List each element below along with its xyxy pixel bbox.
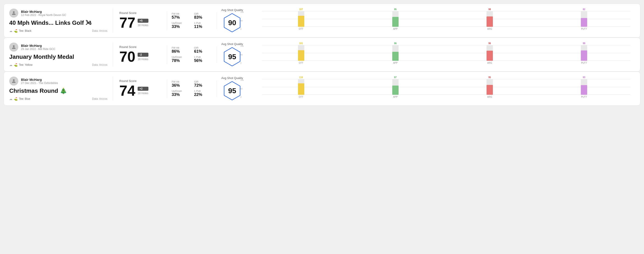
gir-value: 72%	[194, 83, 212, 88]
score-section: Round Score 74 +2 18 Holes	[113, 79, 167, 98]
bar-column: 107	[255, 8, 348, 27]
bar-fill	[392, 17, 398, 27]
y-axis: 100 50 0	[240, 79, 244, 98]
quality-score: 95	[228, 87, 236, 95]
quality-section: Avg Shot Quality 90 100 50 0	[217, 8, 635, 33]
bars-container: 101 86 96 99	[255, 45, 630, 61]
user-date: 12 Feb 2022 · Royal North Devon GC	[21, 13, 66, 17]
round-meta-row: ☁ ⛳ Tee: Black Data: Arccos	[9, 29, 107, 33]
oneputt-label: 1 Putt	[194, 56, 212, 58]
bar-fill	[392, 52, 398, 61]
bar-column: 99	[538, 42, 630, 61]
avatar	[9, 8, 18, 17]
user-row: Blair McHarg 12 Feb 2022 · Royal North D…	[9, 8, 107, 17]
score-details: +5 18 Holes	[138, 19, 148, 27]
score-modifier-badge: +2	[138, 87, 148, 91]
weather-icon: ☁	[9, 97, 12, 101]
bar-wrapper	[486, 45, 493, 61]
stats-grid: FW Hit 86% GIR 61% Up/Down 78% 1 Putt 56…	[172, 46, 212, 63]
bar-wrapper	[392, 11, 398, 27]
holes-text: 18 Holes	[138, 24, 148, 27]
stats-grid: FW Hit 57% GIR 83% Up/Down 33% 1 Putt 11…	[172, 12, 212, 29]
quality-section: Avg Shot Quality 95 100 50 0	[217, 76, 635, 101]
round-meta-row: ☁ ⛳ Tee: Yellow Data: Arccos	[9, 63, 107, 67]
bar-fill	[581, 50, 587, 61]
bar-value: 110	[299, 76, 303, 79]
bag-icon: ⛳	[14, 97, 18, 101]
oneputt-stat: 1 Putt 22%	[194, 90, 212, 97]
updown-value: 33%	[172, 24, 190, 29]
user-info: Blair McHarg 27 Dec 2021 · The Oxfordshi…	[21, 78, 58, 85]
gir-stat: GIR 61%	[194, 46, 212, 54]
svg-point-2	[13, 45, 15, 47]
bar-fill	[298, 16, 304, 27]
quality-left: Avg Shot Quality 95	[221, 76, 243, 101]
bar-x-label: PUTT	[538, 62, 630, 64]
score-section: Round Score 77 +5 18 Holes	[113, 11, 167, 30]
gir-label: GIR	[194, 46, 212, 49]
quality-score: 90	[228, 19, 236, 27]
bar-column: 95	[349, 8, 442, 27]
bar-column: 82	[538, 8, 630, 27]
bar-fill	[486, 51, 493, 61]
bar-column: 101	[255, 42, 348, 61]
oneputt-value: 22%	[194, 92, 212, 97]
fw-hit-label: FW Hit	[172, 46, 190, 49]
data-source-label: Data: Arccos	[92, 97, 107, 101]
bar-fill	[392, 86, 398, 95]
fw-hit-value: 57%	[172, 15, 190, 20]
oneputt-value: 11%	[194, 24, 212, 29]
bar-value: 98	[488, 8, 491, 10]
x-axis-labels: OTTAPPARGPUTT	[255, 62, 630, 64]
bar-x-label: ARG	[444, 28, 536, 30]
bar-value: 86	[394, 42, 396, 45]
weather-icon: ☁	[9, 29, 12, 33]
round-card: Blair McHarg 27 Dec 2021 · The Oxfordshi…	[4, 72, 640, 106]
fw-hit-label: FW Hit	[172, 80, 190, 83]
fw-hit-stat: FW Hit 57%	[172, 12, 190, 20]
bar-chart: 100 50 0 110 87	[248, 79, 630, 98]
bar-wrapper	[581, 79, 587, 95]
bar-column: 110	[255, 76, 348, 95]
score-row: 77 +5 18 Holes	[119, 15, 160, 30]
fw-hit-value: 86%	[172, 49, 190, 54]
bar-value: 99	[583, 42, 585, 45]
quality-section: Avg Shot Quality 95 100 50 0	[217, 42, 635, 67]
bars-container: 110 87 95 93	[255, 79, 630, 95]
bar-value: 87	[394, 76, 396, 79]
updown-stat: Up/Down 78%	[172, 56, 190, 63]
bar-wrapper	[581, 45, 587, 61]
user-avatar-icon	[11, 44, 16, 50]
gir-value: 83%	[194, 15, 212, 20]
bar-x-label: PUTT	[538, 28, 630, 30]
y-axis: 100 50 0	[240, 11, 244, 30]
round-title: Christmas Round 🎄	[9, 87, 107, 94]
bar-x-label: OTT	[255, 96, 348, 98]
bar-value: 96	[488, 42, 491, 45]
bag-icon: ⛳	[14, 29, 18, 33]
round-title: January Monthly Medal	[9, 53, 107, 60]
bar-column: 86	[349, 42, 442, 61]
svg-point-0	[13, 11, 15, 13]
bar-column: 87	[349, 76, 442, 95]
updown-value: 78%	[172, 58, 190, 63]
score-row: 70 -2 18 Holes	[119, 50, 160, 64]
bar-fill	[581, 18, 587, 27]
quality-hexagon: 95	[222, 81, 242, 101]
x-axis-labels: OTTAPPARGPUTT	[255, 96, 630, 98]
user-info: Blair McHarg 12 Feb 2022 · Royal North D…	[21, 10, 66, 17]
oneputt-label: 1 Putt	[194, 22, 212, 24]
fw-hit-value: 36%	[172, 83, 190, 88]
tee-info: ☁ ⛳ Tee: Black	[9, 29, 31, 33]
bar-wrapper	[392, 45, 398, 61]
score-value: 74	[119, 84, 135, 98]
quality-label: Avg Shot Quality	[221, 76, 243, 80]
bar-value: 107	[299, 8, 303, 10]
score-details: +2 18 Holes	[138, 87, 148, 95]
gir-value: 61%	[194, 49, 212, 54]
bar-column: 93	[538, 76, 630, 95]
bars-container: 107 95 98 82	[255, 11, 630, 27]
svg-point-4	[13, 79, 15, 81]
bar-wrapper	[486, 11, 493, 27]
bar-value: 82	[583, 8, 585, 10]
